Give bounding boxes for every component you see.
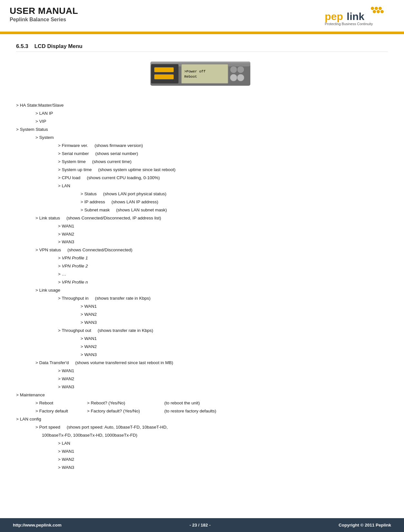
menu-label: > Throughput out <box>58 327 91 335</box>
menu-label: > WAN2 <box>58 375 74 383</box>
peplink-logo: pep link Protecting Business Continuity <box>323 6 394 28</box>
menu-item: > … <box>16 270 388 278</box>
menu-label: > WAN1 <box>81 303 97 311</box>
menu-desc: (shows Connected/Disconnected, IP addres… <box>66 214 161 222</box>
footer-copyright: Copyright © 2011 Peplink <box>339 523 391 527</box>
menu-item: > WAN3 <box>16 383 388 391</box>
menu-item: > WAN1 <box>16 448 388 456</box>
menu-item: > Link usage <box>16 286 388 295</box>
menu-item: > VPN Profile 2 <box>16 262 388 270</box>
menu-item: > LAN IP <box>16 110 388 118</box>
menu-label: > WAN2 <box>81 311 97 319</box>
svg-point-1 <box>375 7 378 10</box>
menu-desc: (shows volume transferred since last reb… <box>75 359 173 367</box>
menu-desc: 100baseTx-FD, 100baseTx-HD, 1000baseTx-F… <box>42 431 137 440</box>
main-content: 6.5.3 LCD Display Menu >Power off Reboot <box>0 34 404 518</box>
menu-label: > Maintenance <box>16 391 45 399</box>
menu-label: > IP address <box>81 198 105 206</box>
menu-label: > VPN Profile n <box>58 278 88 286</box>
menu-item: > LAN <box>16 182 388 190</box>
menu-label: > Factory default <box>35 407 84 415</box>
menu-label: > Link status <box>35 214 60 222</box>
menu-label: > WAN2 <box>58 230 74 238</box>
menu-label: > WAN1 <box>58 448 74 456</box>
menu-item: > Subnet mask(shows LAN subnet mask) <box>16 206 388 214</box>
menu-label: > Firmware ver. <box>58 142 88 150</box>
menu-item: > WAN3 <box>16 238 388 246</box>
menu-item: 100baseTx-FD, 100baseTx-HD, 1000baseTx-F… <box>16 431 388 440</box>
menu-item: > Port speed(shows port speed: Auto, 10b… <box>16 423 388 431</box>
menu-item: > WAN3 <box>16 351 388 359</box>
footer-page-num: - 23 / 182 - <box>189 523 210 527</box>
menu-desc3: (to reboot the unit) <box>164 399 200 407</box>
section-number: 6.5.3 <box>16 43 28 49</box>
menu-label: > WAN2 <box>81 343 97 351</box>
svg-rect-14 <box>181 64 228 83</box>
svg-text:pep: pep <box>325 11 343 22</box>
page-header: USER MANUAL Peplink Balance Series pep l… <box>0 0 404 33</box>
svg-point-17 <box>230 66 237 73</box>
menu-label: > WAN1 <box>81 335 97 343</box>
svg-point-0 <box>371 7 374 10</box>
menu-item: > Factory default> Factory default? (Yes… <box>16 407 388 415</box>
device-illustration: >Power off Reboot <box>150 58 254 94</box>
menu-label: > Serial number <box>58 150 89 158</box>
menu-label: > LAN <box>58 440 70 448</box>
menu-label: > System Status <box>16 126 48 134</box>
menu-label: > … <box>58 270 66 278</box>
menu-item: > WAN2 <box>16 311 388 319</box>
manual-title: USER MANUAL <box>10 6 78 16</box>
svg-rect-11 <box>151 64 178 83</box>
menu-item: > WAN3 <box>16 464 388 472</box>
menu-label: > WAN3 <box>81 319 97 327</box>
menu-item: > Serial number(shows serial number) <box>16 150 388 158</box>
header-text-block: USER MANUAL Peplink Balance Series <box>10 6 78 23</box>
menu-item: > VPN status(shows Connected/Disconnecte… <box>16 246 388 254</box>
menu-item: > System <box>16 134 388 142</box>
menu-item: > WAN1 <box>16 367 388 375</box>
svg-text:Reboot: Reboot <box>184 75 197 79</box>
section-title: 6.5.3 LCD Display Menu <box>16 43 388 52</box>
menu-item: > WAN2 <box>16 456 388 464</box>
menu-item: > WAN3 <box>16 319 388 327</box>
menu-item: > LAN <box>16 440 388 448</box>
menu-label: > Link usage <box>35 286 60 295</box>
menu-item: > LAN config <box>16 415 388 423</box>
menu-item: > WAN2 <box>16 375 388 383</box>
svg-text:>Power off: >Power off <box>184 70 206 73</box>
logo-area: pep link Protecting Business Continuity <box>323 6 394 28</box>
menu-desc: (shows LAN IP address) <box>111 198 158 206</box>
menu-label: > WAN1 <box>58 367 74 375</box>
menu-item: > Throughput in(shows transfer rate in K… <box>16 295 388 303</box>
footer-url: http://www.peplink.com <box>13 523 62 527</box>
menu-desc: (shows serial number) <box>95 150 138 158</box>
menu-label: > System time <box>58 158 86 166</box>
menu-desc: (shows LAN port physical status) <box>103 190 167 198</box>
menu-label: > Reboot <box>35 399 84 407</box>
menu-item: > WAN1 <box>16 222 388 230</box>
device-svg: >Power off Reboot <box>150 58 254 91</box>
svg-point-4 <box>377 10 380 13</box>
menu-label: > VPN Profile 2 <box>58 262 88 270</box>
menu-item: > Reboot> Reboot? (Yes/No)(to reboot the… <box>16 399 388 407</box>
menu-label: > CPU load <box>58 174 80 182</box>
menu-desc3: (to restore factory defaults) <box>164 407 216 415</box>
menu-label: > WAN3 <box>81 351 97 359</box>
device-image-container: >Power off Reboot <box>16 58 388 94</box>
menu-label: > VPN status <box>35 246 61 254</box>
svg-point-3 <box>373 10 376 13</box>
menu-label: > System <box>35 134 54 142</box>
menu-item: > Link status(shows Connected/Disconnect… <box>16 214 388 222</box>
menu-item: > HA State:Master/Slave <box>16 102 388 110</box>
menu-desc2: > Factory default? (Yes/No) <box>87 407 158 415</box>
menu-label: > LAN IP <box>35 110 53 118</box>
menu-item: > Throughput out(shows transfer rate in … <box>16 327 388 335</box>
menu-label: > LAN config <box>16 415 41 423</box>
menu-desc: (shows LAN subnet mask) <box>116 206 167 214</box>
menu-item: > System Status <box>16 126 388 134</box>
menu-label: > Subnet mask <box>81 206 110 214</box>
menu-item: > VPN Profile n <box>16 278 388 286</box>
menu-item: > WAN1 <box>16 335 388 343</box>
menu-item: > VPN Profile 1 <box>16 254 388 262</box>
menu-desc: (shows transfer rate in Kbps) <box>98 327 153 335</box>
